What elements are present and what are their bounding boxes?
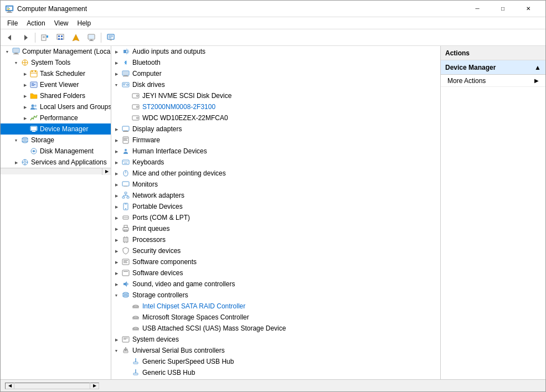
device-usb-controllers[interactable]: Universal Serial Bus controllers [111,345,440,356]
expand-network[interactable] [111,190,121,200]
menu-action[interactable]: Action [22,18,49,28]
expand-security[interactable] [111,246,121,256]
tree-expand-system-tools[interactable] [12,58,20,67]
device-print[interactable]: Print queues [111,223,440,234]
expand-disk-drives[interactable] [111,80,121,90]
expand-print[interactable] [111,224,121,234]
center-device-panel[interactable]: Audio inputs and outputs Bluetooth [111,46,440,379]
tree-expand-device[interactable] [20,125,29,133]
tree-storage[interactable]: Storage [1,135,111,146]
expand-storage-ctrl[interactable] [111,290,121,300]
tree-expand-shared[interactable] [20,91,29,100]
expand-mice[interactable] [111,168,121,178]
menu-file[interactable]: File [3,18,22,28]
left-panel-scrollbar[interactable]: ▶ [1,168,111,174]
device-network[interactable]: Network adapters [111,190,440,201]
expand-bluetooth[interactable] [111,58,121,68]
device-computer[interactable]: Computer [111,68,440,79]
expand-keyboards[interactable] [111,157,121,167]
maximize-button[interactable]: □ [490,1,516,17]
device-display[interactable]: Display adapters [111,123,440,135]
device-generic-superspeed[interactable]: Generic SuperSpeed USB Hub [111,356,440,367]
device-portable[interactable]: Portable Devices [111,201,440,212]
expand-sw-components[interactable] [111,257,121,267]
tree-task-scheduler[interactable]: Task Scheduler [1,68,111,79]
svg-point-56 [24,161,26,163]
expand-hid[interactable] [111,146,121,156]
minimize-button[interactable]: ─ [465,1,490,17]
device-disk-drives[interactable]: Disk drives [111,79,440,90]
toolbar-btn-5[interactable] [69,32,83,44]
device-security[interactable]: Security devices [111,245,440,256]
device-st2000[interactable]: ST2000NM0008-2F3100 [111,101,440,112]
tree-disk-management[interactable]: Disk Management [1,146,111,157]
device-generic-usb[interactable]: Generic USB Hub [111,367,440,378]
tree-expand-services[interactable] [12,158,20,167]
device-software-components[interactable]: Software components [111,256,440,267]
tree-expand-task[interactable] [20,69,29,78]
tree-expand-users[interactable] [20,102,29,111]
tree-services[interactable]: Services and Applications [1,157,111,168]
svg-point-73 [137,95,138,97]
device-processors[interactable]: Processors [111,234,440,245]
device-jeyi[interactable]: JEYI NVME SCSI Disk Device [111,90,440,101]
expand-ports[interactable] [111,213,121,223]
expand-display[interactable] [111,124,121,134]
expand-portable[interactable] [111,202,121,212]
tree-event-viewer[interactable]: Event Viewer [1,79,111,90]
device-monitors[interactable]: Monitors [111,179,440,190]
tree-root[interactable]: Computer Management (Local [1,46,111,57]
expand-computer[interactable] [111,69,121,79]
device-sound[interactable]: Sound, video and game controllers [111,278,440,290]
device-ms-storage[interactable]: Microsoft Storage Spaces Controller [111,312,440,323]
toolbar-btn-3[interactable] [38,32,52,44]
expand-sw-devices[interactable] [111,268,121,278]
tree-expand-disk-mgmt[interactable] [20,147,29,156]
expand-usb-controllers[interactable] [111,345,121,355]
back-button[interactable] [3,32,17,44]
tree-device-manager[interactable]: Device Manager [1,123,111,135]
tree-expand-root[interactable] [3,47,12,56]
device-wdc[interactable]: WDC WD10EZEX-22MFCA0 [111,112,440,123]
toolbar-btn-7[interactable] [104,32,118,44]
tree-expand-performance[interactable] [20,114,29,122]
scroll-left-arrow[interactable]: ◀ [6,383,14,389]
tree-expand-storage[interactable] [12,136,20,145]
device-firmware[interactable]: Firmware [111,135,440,146]
device-usb-scsi[interactable]: USB Attached SCSI (UAS) Mass Storage Dev… [111,323,440,334]
toolbar-btn-4[interactable] [53,32,68,44]
toolbar-btn-6[interactable] [84,32,99,44]
expand-audio[interactable] [111,47,121,56]
expand-processors[interactable] [111,235,121,245]
forward-button[interactable] [18,32,33,44]
device-mice[interactable]: Mice and other pointing devices [111,168,440,179]
tree-expand-event[interactable] [20,80,29,89]
svg-marker-8 [24,35,28,40]
device-system-devices[interactable]: System devices [111,334,440,345]
tree-shared-folders[interactable]: Shared Folders [1,90,111,101]
device-software-devices[interactable]: Software devices [111,267,440,278]
tree-local-users[interactable]: Local Users and Groups [1,101,111,112]
action-section-device-manager-header[interactable]: Device Manager ▲ [441,60,545,75]
left-tree-panel[interactable]: Computer Management (Local System Tools [1,46,111,379]
menu-help[interactable]: Help [73,18,96,28]
device-intel-sata[interactable]: Intel Chipset SATA RAID Controller [111,301,440,312]
tree-performance[interactable]: Performance [1,112,111,123]
device-hid[interactable]: Human Interface Devices [111,146,440,157]
tree-system-tools[interactable]: System Tools [1,57,111,68]
device-storage-controllers[interactable]: Storage controllers [111,290,440,301]
device-bluetooth[interactable]: Bluetooth [111,57,440,68]
close-button[interactable]: ✕ [516,1,541,17]
device-audio[interactable]: Audio inputs and outputs [111,46,440,57]
expand-system-devices[interactable] [111,334,121,344]
scroll-right-btn[interactable]: ▶ [102,168,111,175]
device-keyboards[interactable]: Keyboards [111,157,440,168]
menu-view[interactable]: View [50,18,73,28]
statusbar-scrollbar[interactable]: ◀ ▶ [5,383,99,389]
expand-monitors[interactable] [111,179,121,189]
expand-sound[interactable] [111,279,121,289]
device-ports[interactable]: Ports (COM & LPT) [111,212,440,223]
action-more-actions[interactable]: More Actions ▶ [441,75,545,87]
scroll-right-arrow[interactable]: ▶ [90,383,99,389]
expand-firmware[interactable] [111,135,121,145]
